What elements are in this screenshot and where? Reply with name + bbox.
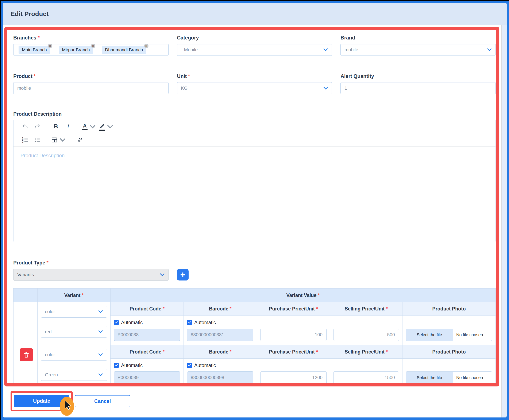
selling-price-cell (330, 316, 402, 345)
alert-quantity-input[interactable] (345, 82, 492, 94)
table-header-blank (14, 289, 37, 302)
product-type-select[interactable]: Variants (13, 269, 169, 281)
insert-table-icon[interactable] (51, 135, 66, 145)
branches-multiselect[interactable]: Main Branch× Mirpur Branch× Dhanmondi Br… (13, 44, 169, 56)
remove-tag-icon[interactable]: × (144, 44, 148, 48)
check-icon (115, 364, 118, 367)
unit-select[interactable]: KG (177, 82, 332, 94)
subheader-product-photo: Product Photo (402, 302, 495, 316)
barcode-input[interactable] (187, 371, 253, 384)
required-marker: * (34, 73, 36, 79)
variant-value-select[interactable]: Green (41, 369, 107, 381)
row-actions-cell (14, 345, 37, 384)
subheader-product-photo: Product Photo (402, 345, 495, 359)
update-button[interactable]: Update (14, 395, 69, 407)
required-marker: * (37, 35, 39, 40)
page-title: Edit Product (11, 10, 49, 17)
product-field: Product* (13, 73, 169, 94)
redo-icon[interactable] (33, 122, 42, 131)
product-input[interactable] (17, 82, 164, 94)
automatic-checkbox[interactable] (114, 320, 119, 325)
remove-tag-icon[interactable]: × (48, 44, 52, 48)
action-bar: Update Cancel (11, 391, 130, 411)
subheader-purchase-price: Purchase Price/Unit* (257, 302, 330, 316)
trash-icon (23, 352, 30, 358)
category-label: Category (177, 35, 332, 41)
purchase-price-input[interactable] (260, 371, 326, 384)
variant-value-select[interactable]: red (41, 326, 107, 338)
barcode-input[interactable] (187, 329, 253, 341)
automatic-checkbox[interactable] (187, 320, 192, 325)
delete-variant-button[interactable] (20, 348, 33, 361)
description-placeholder: Product Description (21, 153, 65, 158)
subheader-product-code: Product Code* (111, 345, 184, 359)
selling-price-input[interactable] (333, 371, 399, 384)
subheader-purchase-price: Purchase Price/Unit* (257, 345, 330, 359)
variant-cell: color red (37, 302, 111, 345)
automatic-checkbox[interactable] (114, 363, 119, 368)
subheader-barcode: Barcode* (184, 345, 257, 359)
product-label: Product* (13, 73, 169, 79)
product-photo-cell: Select the file No file chosen (402, 316, 495, 345)
category-select[interactable]: --Mobile (177, 44, 332, 56)
chevron-down-icon (98, 310, 103, 313)
link-icon[interactable] (75, 135, 84, 145)
selling-price-cell (330, 359, 402, 384)
frame-edge-left (0, 0, 1, 420)
alert-quantity-field: Alert Quantity (340, 73, 496, 94)
check-icon (188, 364, 191, 367)
brand-select[interactable]: mobile (340, 44, 496, 56)
branches-label: Branches* (13, 35, 169, 41)
branches-field: Branches* Main Branch× Mirpur Branch× Dh… (13, 35, 169, 56)
card-header: Edit Product (3, 3, 507, 25)
barcode-cell: Automatic (184, 316, 257, 345)
purchase-price-cell (257, 316, 330, 345)
annotation-update-highlight: Update (11, 391, 73, 411)
subheader-selling-price: Selling Price/Unit* (330, 345, 402, 359)
select-file-button[interactable]: Select the file (406, 372, 453, 383)
vertical-scrollbar[interactable] (502, 25, 507, 418)
screenshot-frame: Edit Product Branches* Main Branch× Mirp… (0, 0, 509, 420)
purchase-price-input[interactable] (260, 329, 326, 341)
required-marker: * (47, 260, 49, 265)
select-file-button[interactable]: Select the file (406, 329, 453, 341)
selling-price-input[interactable] (333, 329, 399, 341)
bold-icon[interactable]: B (51, 122, 60, 131)
chevron-down-icon (160, 273, 164, 276)
product-code-input[interactable] (114, 371, 180, 384)
check-icon (188, 321, 191, 324)
file-input: Select the file No file chosen (406, 371, 492, 384)
rich-text-editor: B I A 123 (13, 120, 496, 242)
undo-icon[interactable] (21, 122, 30, 131)
variant-cell: color Green (37, 345, 111, 384)
description-editor-area[interactable]: Product Description (14, 147, 495, 165)
product-code-cell: Automatic (111, 359, 184, 384)
highlight-color-icon[interactable] (99, 122, 113, 131)
edit-product-card: Edit Product Branches* Main Branch× Mirp… (3, 3, 507, 418)
subheader-barcode: Barcode* (184, 302, 257, 316)
ordered-list-icon[interactable]: 123 (21, 135, 30, 145)
product-code-input[interactable] (114, 329, 180, 341)
chevron-down-icon (98, 330, 103, 333)
chevron-down-icon (323, 87, 328, 90)
add-variant-button[interactable]: + (177, 269, 189, 280)
file-status-text: No file chosen (453, 329, 483, 341)
branch-tag: Mirpur Branch× (59, 46, 93, 54)
variant-table: Variant* Variant Value* color red (13, 288, 496, 384)
font-color-icon[interactable]: A (82, 122, 96, 131)
purchase-price-cell (257, 359, 330, 384)
variant-name-select[interactable]: color (41, 306, 107, 318)
unordered-list-icon[interactable] (33, 135, 42, 145)
category-field: Category --Mobile (177, 35, 332, 56)
automatic-checkbox[interactable] (187, 363, 192, 368)
cancel-button[interactable]: Cancel (75, 395, 130, 407)
table-header-variant-value: Variant Value* (111, 289, 495, 302)
variant-name-select[interactable]: color (41, 349, 107, 361)
chevron-down-icon (98, 373, 103, 376)
italic-icon[interactable]: I (64, 122, 73, 131)
check-icon (115, 321, 118, 324)
required-marker: * (188, 73, 190, 79)
remove-tag-icon[interactable]: × (91, 44, 95, 48)
unit-field: Unit* KG (177, 73, 332, 94)
brand-label: Brand (340, 35, 496, 41)
